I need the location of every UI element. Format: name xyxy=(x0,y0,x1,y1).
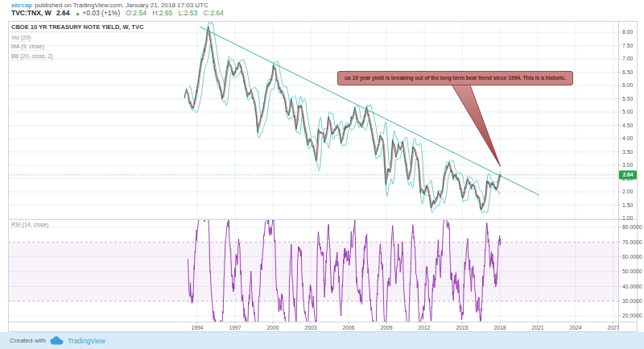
close-label: C: xyxy=(204,9,211,17)
svg-text:2009: 2009 xyxy=(380,325,392,330)
high-label: H: xyxy=(152,9,159,17)
descending-trendline xyxy=(200,27,539,195)
publish-text: published on TradingView.com, January 21… xyxy=(35,2,208,9)
created-with-label: Created with xyxy=(10,337,46,344)
svg-text:2000: 2000 xyxy=(266,325,279,330)
published-chart-page: abrcappublished on TradingView.com, Janu… xyxy=(0,0,644,349)
svg-text:6.00: 6.00 xyxy=(622,82,633,88)
svg-text:40.0000: 40.0000 xyxy=(622,284,642,289)
svg-text:1994: 1994 xyxy=(191,325,203,330)
svg-text:7.50: 7.50 xyxy=(622,43,633,48)
svg-text:3.00: 3.00 xyxy=(622,162,633,168)
svg-text:20.0000: 20.0000 xyxy=(622,313,642,318)
svg-text:60.0000: 60.0000 xyxy=(622,254,642,260)
publish-meta: abrcappublished on TradingView.com, Janu… xyxy=(11,2,208,9)
username-link[interactable]: abrcap xyxy=(11,2,32,9)
svg-text:5.50: 5.50 xyxy=(622,96,633,102)
price-change: +0.03 (+1%) xyxy=(82,9,120,17)
indicator-label-vol: Vol (20) xyxy=(11,35,31,42)
high-value: 2.65 xyxy=(159,9,173,17)
last-price-badge-label: 2.64 xyxy=(622,172,633,177)
symbol-name: TVC:TNX, W xyxy=(11,9,52,17)
low-label: L: xyxy=(179,9,184,17)
chart-title: CBOE 10 YR TREASURY NOTE YIELD, W, TVC xyxy=(11,23,143,32)
tradingview-brand-link[interactable]: TradingView xyxy=(68,337,105,345)
open-value: 2.54 xyxy=(133,9,147,17)
svg-text:4.00: 4.00 xyxy=(622,135,633,141)
close-value: 2.64 xyxy=(210,9,224,17)
low-value: 2.53 xyxy=(184,9,198,17)
svg-text:5.00: 5.00 xyxy=(622,109,633,114)
up-triangle-icon: ▲ xyxy=(75,10,80,16)
svg-text:70.0000: 70.0000 xyxy=(622,239,642,245)
svg-text:4.50: 4.50 xyxy=(622,123,633,128)
annotation-callout: us 10 year yield is breaking out of the … xyxy=(337,71,573,85)
rsi-band xyxy=(8,242,618,301)
main-pane-legend: CBOE 10 YR TREASURY NOTE YIELD, W, TVC V… xyxy=(11,23,143,60)
svg-text:30.0000: 30.0000 xyxy=(622,298,642,304)
svg-text:1997: 1997 xyxy=(229,325,241,330)
svg-text:2018: 2018 xyxy=(493,325,506,330)
indicator-label-bb: BB (20, close, 2) xyxy=(11,53,53,60)
footer-bar: Created with TradingView xyxy=(0,332,644,349)
tradingview-cloud-icon xyxy=(50,336,64,345)
annotation-pointer xyxy=(451,83,501,167)
svg-text:2027: 2027 xyxy=(607,325,619,330)
svg-text:2021: 2021 xyxy=(531,325,543,330)
svg-text:3.50: 3.50 xyxy=(622,149,633,155)
price-series xyxy=(184,22,539,214)
indicator-label-ma: MA (9, close) xyxy=(11,44,44,51)
svg-text:2012: 2012 xyxy=(418,325,430,330)
svg-text:7.00: 7.00 xyxy=(622,56,633,61)
svg-text:2024: 2024 xyxy=(569,325,581,330)
svg-text:80.0000: 80.0000 xyxy=(622,224,642,230)
svg-text:8.00: 8.00 xyxy=(622,29,633,35)
symbol-info-row: TVC:TNX, W 2.64 ▲ +0.03 (+1%) O:2.54 H:2… xyxy=(11,9,228,17)
svg-text:1.00: 1.00 xyxy=(622,215,633,221)
indicator-label-rsi: RSI (14, close) xyxy=(11,222,48,228)
time-axis: 1994199720002003200620092012201520182021… xyxy=(191,322,619,330)
svg-text:6.50: 6.50 xyxy=(622,69,633,75)
svg-text:1.50: 1.50 xyxy=(622,202,633,208)
last-price: 2.64 xyxy=(56,9,70,17)
svg-text:2.00: 2.00 xyxy=(622,189,633,194)
svg-text:2015: 2015 xyxy=(456,325,468,330)
svg-text:2006: 2006 xyxy=(342,325,354,330)
svg-text:2003: 2003 xyxy=(304,325,316,330)
open-label: O: xyxy=(126,9,133,17)
svg-text:50.0000: 50.0000 xyxy=(622,268,642,274)
